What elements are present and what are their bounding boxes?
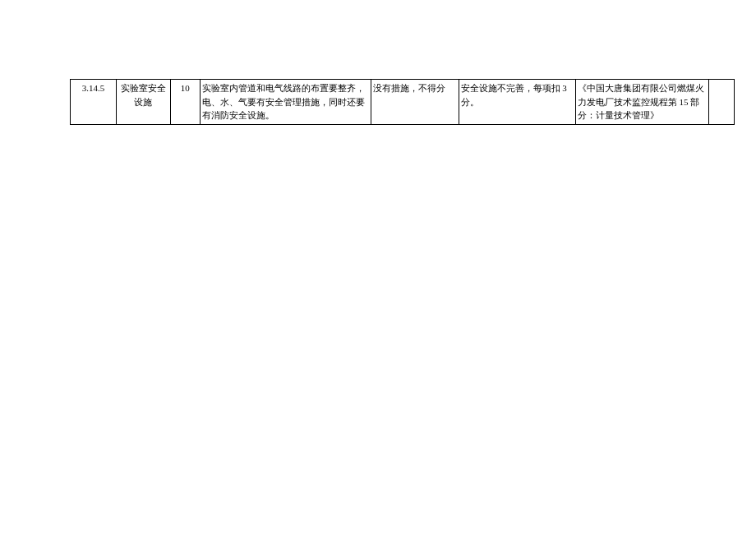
document-table-wrapper: 3.14.5 实验室安全设施 10 实验室内管道和电气线路的布置要整齐，电、水、… (70, 79, 735, 125)
cell-last (709, 80, 735, 125)
cell-id: 3.14.5 (71, 80, 117, 125)
cell-name: 实验室安全设施 (116, 80, 170, 125)
cell-score: 10 (170, 80, 200, 125)
cell-content: 实验室内管道和电气线路的布置要整齐，电、水、气要有安全管理措施，同时还要有消防安… (200, 80, 371, 125)
table-row: 3.14.5 实验室安全设施 10 实验室内管道和电气线路的布置要整齐，电、水、… (71, 80, 735, 125)
cell-criteria2: 安全设施不完善，每项扣 3 分。 (459, 80, 575, 125)
document-table: 3.14.5 实验室安全设施 10 实验室内管道和电气线路的布置要整齐，电、水、… (70, 79, 735, 125)
cell-criteria1: 没有措施，不得分 (371, 80, 459, 125)
cell-reference: 《中国大唐集团有限公司燃煤火力发电厂技术监控规程第 15 部分：计量技术管理》 (575, 80, 709, 125)
